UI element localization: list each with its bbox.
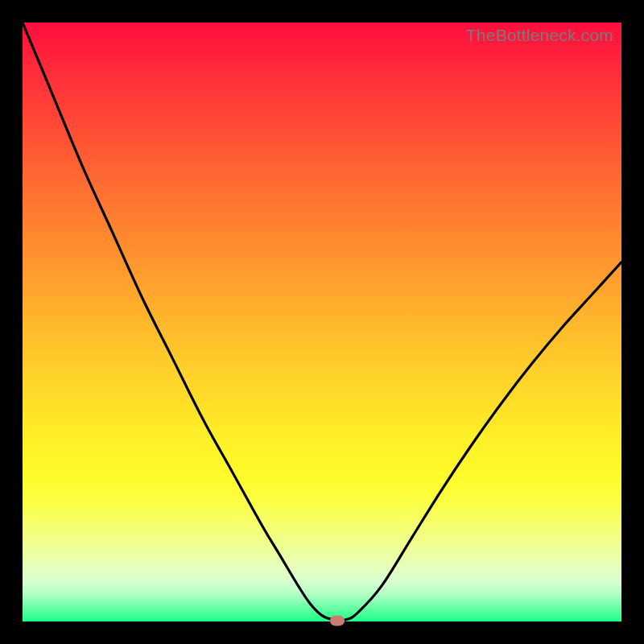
chart-frame: TheBottleneck.com [0, 0, 644, 644]
plot-area: TheBottleneck.com [23, 23, 621, 621]
watermark-text: TheBottleneck.com [466, 26, 613, 45]
bottleneck-curve [23, 23, 621, 621]
optimal-point-marker [330, 615, 345, 625]
